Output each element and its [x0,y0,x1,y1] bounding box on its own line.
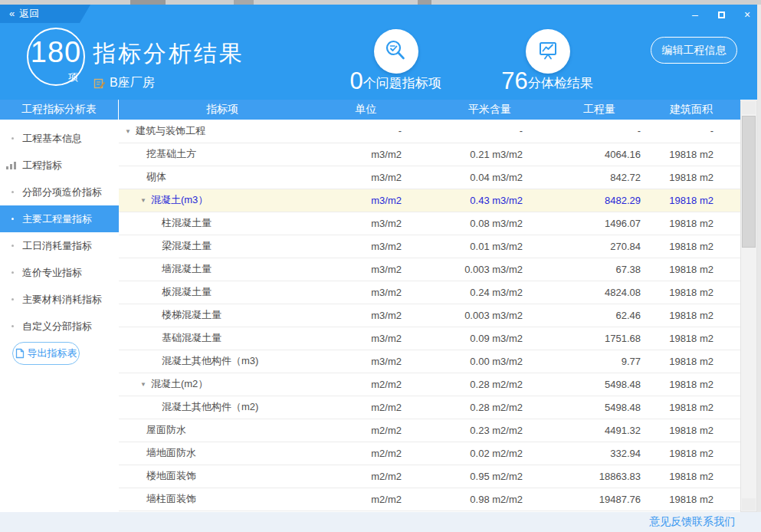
table-row[interactable]: 板混凝土量m3/m20.24 m3/m24824.0819818 m2 [119,281,740,304]
per-area-cell: 0.04 m3/m2 [406,166,526,189]
table-row[interactable]: 挖基础土方m3/m20.21 m3/m24064.1619818 m2 [119,143,740,166]
table-row[interactable]: 混凝土其他构件（m2)m2/m20.28 m2/m25498.4819818 m… [119,396,740,419]
sidebar-item[interactable]: 自定义分部指标 [0,313,119,340]
scrollbar-up-button[interactable] [742,102,756,114]
indicator-label: 混凝土(m2） [151,378,208,389]
area-cell: - [641,120,740,143]
table-group-row[interactable]: ▼混凝土(m2）m2/m20.28 m2/m25498.4819818 m2 [119,373,740,396]
collapse-triangle-icon[interactable]: ▼ [140,197,146,204]
indicator-label: 混凝土(m3） [151,194,208,205]
sidebar-item[interactable]: 工程指标 [0,152,119,179]
area-cell: 19818 m2 [641,442,740,465]
table-row[interactable]: 砌体m3/m20.04 m3/m2842.7219818 m2 [119,166,740,189]
table-group-row[interactable]: ▼混凝土(m3）m3/m20.43 m3/m28482.2919818 m2 [119,189,740,212]
table-row[interactable]: 墙柱面装饰m2/m20.98 m2/m219487.7619818 m2 [119,488,740,511]
table-row[interactable]: 柱混凝土量m3/m20.08 m3/m21496.0719818 m2 [119,212,740,235]
sidebar-item[interactable]: 分部分项造价指标 [0,179,119,205]
maximize-icon [718,11,725,18]
table-row[interactable]: 基础混凝土量m3/m20.09 m3/m21751.6819818 m2 [119,327,740,350]
header: «返回 – × 180 项 指标分析结果 B座厂房 [0,5,761,100]
area-cell: 19818 m2 [641,143,740,166]
health-check-score: 76 [501,69,527,93]
per-area-cell: 0.21 m3/m2 [406,143,526,166]
unit-cell: m3/m2 [326,143,406,166]
per-area-cell: 0.00 m3/m2 [406,350,526,373]
health-check-label: 分体检结果 [528,76,593,93]
unit-cell: m3/m2 [326,327,406,350]
indicator-label: 墙柱面装饰 [146,493,196,504]
quantity-cell: 1496.07 [526,212,641,235]
sidebar: 工程指标分析表 工程基本信息工程指标分部分项造价指标主要工程量指标工日消耗量指标… [0,100,119,512]
quantity-cell: 5498.48 [526,373,641,396]
table-row[interactable]: 屋面防水m2/m20.23 m2/m24491.3219818 m2 [119,419,740,442]
feedback-link[interactable]: 意见反馈 [649,515,692,529]
close-button[interactable]: × [740,8,755,21]
indicator-label: 墙混凝土量 [162,263,212,274]
area-cell: 19818 m2 [641,488,740,511]
item-count-unit: 项 [68,71,78,84]
indicator-cell: 楼地面装饰 [119,465,326,488]
quantity-cell: 62.46 [526,304,641,327]
project-subtitle-row: B座厂房 [93,75,155,91]
table-row[interactable]: 楼梯混凝土量m3/m20.003 m3/m262.4619818 m2 [119,304,740,327]
area-cell: 19818 m2 [641,396,740,419]
scrollbar-down-button[interactable] [742,498,756,511]
contact-us-link[interactable]: 联系我们 [692,515,735,529]
area-cell: 19818 m2 [641,235,740,258]
back-label: 返回 [19,8,39,19]
sidebar-list: 工程基本信息工程指标分部分项造价指标主要工程量指标工日消耗量指标造价专业指标主要… [0,125,119,340]
table-row[interactable]: 楼地面装饰m2/m20.95 m2/m218863.8319818 m2 [119,465,740,488]
sidebar-item-label: 造价专业指标 [22,266,82,280]
indicator-table: 指标项 单位 平米含量 工程量 建筑面积 ▼建筑与装饰工程----挖基础土方m3… [119,100,740,511]
quantity-cell: 19487.76 [526,488,641,511]
problem-indicator-circle [374,29,418,74]
maximize-button[interactable] [713,8,729,21]
sidebar-item[interactable]: 造价专业指标 [0,259,119,286]
unit-cell: m3/m2 [326,235,406,258]
table-row[interactable]: 梁混凝土量m3/m20.01 m3/m2270.8419818 m2 [119,235,740,258]
per-area-cell: 0.09 m3/m2 [406,327,526,350]
table-row[interactable]: 混凝土其他构件（m3)m3/m20.00 m3/m29.7719818 m2 [119,350,740,373]
indicator-cell: ▼混凝土(m2） [119,373,326,396]
search-check-icon [382,38,410,65]
quantity-cell: 67.38 [526,258,641,281]
table-row[interactable]: 墙混凝土量m3/m20.003 m3/m267.3819818 m2 [119,258,740,281]
sidebar-item-label: 主要工程量指标 [22,212,92,226]
sidebar-item[interactable]: 主要工程量指标 [0,205,119,232]
per-area-cell: 0.28 m2/m2 [406,396,526,419]
back-button[interactable]: «返回 [0,5,90,23]
edit-project-info-button[interactable]: 编辑工程信息 [651,37,737,64]
indicator-cell: 柱混凝土量 [119,212,326,235]
sidebar-item[interactable]: 主要材料消耗指标 [0,286,119,313]
per-area-cell: 0.003 m3/m2 [406,258,526,281]
export-indicator-table-button[interactable]: 导出指标表 [12,342,80,365]
unit-cell: m3/m2 [326,212,406,235]
window-controls: – × [687,8,755,21]
indicator-cell: 混凝土其他构件（m2) [119,396,326,419]
indicator-cell: 混凝土其他构件（m3) [119,350,326,373]
table-group-row[interactable]: ▼建筑与装饰工程---- [119,120,740,143]
per-area-cell: 0.43 m3/m2 [406,189,526,212]
per-area-cell: 0.01 m3/m2 [406,235,526,258]
collapse-triangle-icon[interactable]: ▼ [140,381,146,388]
indicator-cell: 砌体 [119,166,326,189]
indicator-label: 柱混凝土量 [162,217,212,228]
scrollbar-thumb[interactable] [742,116,756,248]
sidebar-item-label: 工程指标 [22,159,62,172]
indicator-label: 板混凝土量 [162,286,212,297]
vertical-scrollbar[interactable] [740,100,757,512]
sidebar-item[interactable]: 工程基本信息 [0,125,119,152]
table-row[interactable]: 墙地面防水m2/m20.02 m2/m2332.9419818 m2 [119,442,740,465]
indicator-cell: ▼建筑与装饰工程 [119,120,326,143]
per-area-cell: 0.02 m2/m2 [406,442,526,465]
unit-cell: m3/m2 [326,189,406,212]
indicator-label: 混凝土其他构件（m2) [162,401,258,412]
collapse-triangle-icon[interactable]: ▼ [125,128,131,135]
sidebar-item-label: 分部分项造价指标 [22,186,102,199]
sidebar-item[interactable]: 工日消耗量指标 [0,232,119,259]
quantity-cell: 1751.68 [526,327,641,350]
quantity-cell: 18863.83 [526,465,641,488]
minimize-button[interactable]: – [687,8,703,21]
per-area-cell: 0.08 m3/m2 [406,212,526,235]
notepad-icon [93,77,106,90]
